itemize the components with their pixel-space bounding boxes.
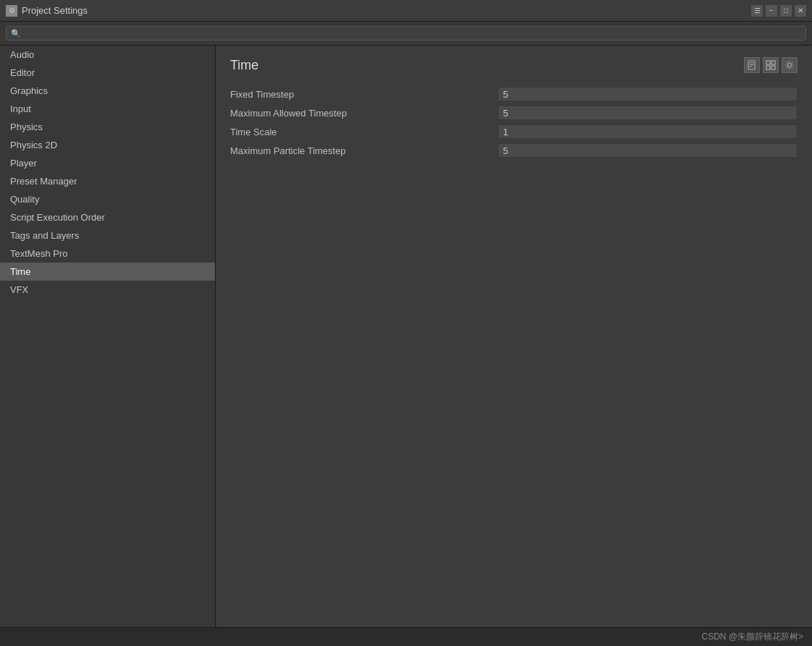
settings-row: Fixed Timestep — [230, 86, 798, 102]
sidebar-item-time[interactable]: Time — [0, 263, 215, 281]
sidebar-item-audio[interactable]: Audio — [0, 46, 215, 64]
maximize-button[interactable]: □ — [780, 5, 792, 17]
bottom-text: CSDN @朱颜辞镜花辞树> — [701, 632, 803, 642]
settings-icon: ⚙ — [6, 5, 17, 17]
settings-row: Time Scale — [230, 124, 798, 140]
svg-rect-4 — [766, 61, 770, 64]
sidebar-item-physics2d[interactable]: Physics 2D — [0, 136, 215, 154]
settings-row: Maximum Particle Timestep — [230, 143, 798, 158]
section-header: Time — [230, 57, 798, 73]
settings-value-box — [498, 124, 798, 139]
main-content: AudioEditorGraphicsInputPhysicsPhysics 2… — [0, 46, 812, 646]
close-button[interactable]: ✕ — [795, 5, 806, 17]
settings-input[interactable] — [503, 89, 792, 100]
settings-row: Maximum Allowed Timestep — [230, 105, 798, 121]
sidebar-item-quality[interactable]: Quality — [0, 190, 215, 208]
svg-rect-6 — [766, 66, 770, 69]
icon-grid-btn[interactable] — [763, 57, 779, 73]
settings-label: Fixed Timestep — [230, 89, 498, 100]
search-bar: 🔍 — [0, 22, 812, 46]
sidebar-item-physics[interactable]: Physics — [0, 118, 215, 136]
sidebar-item-vfx[interactable]: VFX — [0, 281, 215, 299]
settings-input[interactable] — [503, 127, 792, 137]
settings-value-box — [498, 87, 798, 101]
sidebar: AudioEditorGraphicsInputPhysicsPhysics 2… — [0, 46, 216, 646]
settings-table: Fixed TimestepMaximum Allowed TimestepTi… — [230, 86, 798, 158]
settings-value-box — [498, 106, 798, 120]
svg-point-8 — [788, 64, 792, 67]
settings-label: Time Scale — [230, 127, 498, 137]
sidebar-item-tagsandlayers[interactable]: Tags and Layers — [0, 226, 215, 245]
bottom-bar: CSDN @朱颜辞镜花辞树> — [0, 627, 812, 646]
search-input[interactable] — [24, 28, 801, 38]
settings-label: Maximum Particle Timestep — [230, 145, 498, 156]
sidebar-item-scriptexecution[interactable]: Script Execution Order — [0, 208, 215, 226]
title-bar: ⚙ Project Settings ☰ − □ ✕ — [0, 0, 812, 22]
sidebar-item-player[interactable]: Player — [0, 154, 215, 172]
content-panel: Time — [216, 46, 812, 646]
sidebar-item-graphics[interactable]: Graphics — [0, 82, 215, 100]
svg-rect-5 — [771, 61, 775, 64]
menu-button[interactable]: ☰ — [751, 5, 763, 17]
sidebar-item-presetmanager[interactable]: Preset Manager — [0, 172, 215, 190]
minimize-button[interactable]: − — [766, 5, 777, 17]
svg-rect-7 — [771, 66, 775, 69]
settings-value-box — [498, 143, 798, 158]
section-icons — [744, 57, 798, 73]
settings-input[interactable] — [503, 145, 792, 156]
icon-gear-btn[interactable] — [782, 57, 798, 73]
sidebar-item-textmeshpro[interactable]: TextMesh Pro — [0, 245, 215, 263]
search-icon: 🔍 — [11, 29, 21, 38]
section-title: Time — [230, 58, 258, 73]
window-controls: ☰ − □ ✕ — [751, 5, 806, 17]
sidebar-item-input[interactable]: Input — [0, 100, 215, 118]
title-bar-left: ⚙ Project Settings — [6, 5, 88, 17]
icon-book-btn[interactable] — [744, 57, 760, 73]
settings-label: Maximum Allowed Timestep — [230, 108, 498, 119]
window-title: Project Settings — [22, 5, 88, 16]
search-wrapper: 🔍 — [6, 26, 806, 41]
settings-input[interactable] — [503, 108, 792, 119]
sidebar-item-editor[interactable]: Editor — [0, 64, 215, 82]
